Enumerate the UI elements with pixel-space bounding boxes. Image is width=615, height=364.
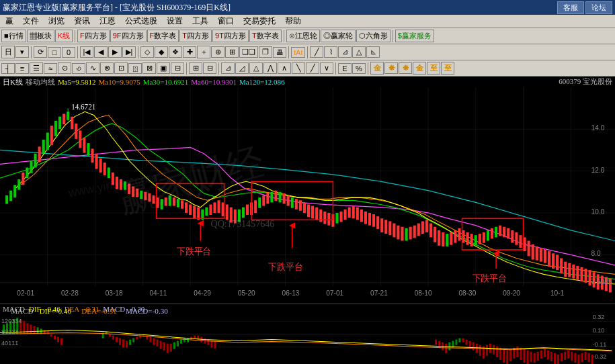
menu-news[interactable]: 资讯 xyxy=(70,15,94,28)
svg-rect-222 xyxy=(54,336,56,340)
btn-nav-left[interactable]: ◀ xyxy=(94,46,108,58)
btn-nav-left-end[interactable]: |◀ xyxy=(80,46,93,58)
btn-d10[interactable]: ⌹ xyxy=(128,63,142,74)
svg-rect-98 xyxy=(327,213,330,226)
svg-rect-221 xyxy=(50,334,52,337)
btn-icon1[interactable]: ⊕ xyxy=(211,46,224,58)
btn-plus[interactable]: ＋ xyxy=(197,46,210,58)
svg-rect-228 xyxy=(112,336,114,340)
btn-d15[interactable]: ⊟ xyxy=(203,62,216,74)
btn-d9[interactable]: ⊡ xyxy=(114,62,128,74)
svg-rect-227 xyxy=(109,334,111,337)
svg-rect-86 xyxy=(279,192,282,203)
menu-formula[interactable]: 公式选股 xyxy=(121,15,161,28)
window-title: 赢家江恩专业版[赢家服务平台] - [宝光股份 SH600379-169日K线] xyxy=(3,2,557,13)
btn-gold4[interactable]: 金 xyxy=(413,62,426,75)
btn-save[interactable]: □ xyxy=(48,47,61,58)
menu-help[interactable]: 帮助 xyxy=(281,15,305,28)
svg-rect-291 xyxy=(544,349,546,357)
menu-settings[interactable]: 设置 xyxy=(163,15,187,28)
menu-trade[interactable]: 交易委托 xyxy=(239,15,280,28)
menu-file[interactable]: 文件 xyxy=(19,15,43,28)
svg-rect-138 xyxy=(491,228,493,239)
forum-button[interactable]: 论坛 xyxy=(585,1,612,14)
btn-t1[interactable]: tAt xyxy=(291,47,305,58)
btn-cross[interactable]: ✚ xyxy=(183,46,196,58)
btn-f4[interactable]: F四方形 xyxy=(77,30,110,42)
btn-draw5[interactable]: ⊾ xyxy=(366,46,380,58)
svg-rect-155 xyxy=(560,258,563,273)
btn-gold1[interactable]: 金 xyxy=(370,62,384,75)
btn-paste[interactable]: ❒ xyxy=(259,46,272,58)
svg-rect-127 xyxy=(446,234,448,246)
chart-area[interactable]: 日K线 移动均线 Ma5=9.5812 Ma10=9.9075 Ma30=10.… xyxy=(0,77,615,304)
menu-tools[interactable]: 工具 xyxy=(188,15,212,28)
btn-d13[interactable]: ⊟ xyxy=(171,62,184,74)
btn-d12[interactable]: ▣ xyxy=(157,62,170,74)
btn-d20[interactable]: ∧ xyxy=(278,62,291,74)
btn-d19[interactable]: ⋀ xyxy=(263,62,277,74)
btn-num0[interactable]: 0 xyxy=(62,47,75,58)
btn-gold2[interactable]: ❋ xyxy=(384,62,398,74)
btn-draw3[interactable]: ⊿ xyxy=(338,46,352,58)
btn-d8[interactable]: ⊗ xyxy=(100,62,114,74)
btn-copy[interactable]: ❑❑ xyxy=(239,46,258,58)
btn-d4[interactable]: ≈ xyxy=(44,63,57,74)
btn-draw4[interactable]: △ xyxy=(352,46,366,58)
menu-window[interactable]: 窗口 xyxy=(214,15,238,28)
btn-d1[interactable]: ┤ xyxy=(1,63,15,74)
btn-d25[interactable]: % xyxy=(352,63,366,74)
btn-nav-right[interactable]: ▶ xyxy=(108,46,122,58)
btn-d7[interactable]: ∿ xyxy=(86,62,99,74)
menu-browse[interactable]: 浏览 xyxy=(44,15,69,28)
btn-d23[interactable]: ∨ xyxy=(320,62,333,74)
btn-kline[interactable]: K线 xyxy=(55,30,73,42)
btn-gold6[interactable]: 至 xyxy=(441,62,454,75)
btn-d3[interactable]: ☰ xyxy=(30,62,43,74)
btn-fnum[interactable]: F数字表 xyxy=(147,30,179,42)
menu-win[interactable]: 赢 xyxy=(1,15,17,28)
btn-9t4[interactable]: 9T四方形 xyxy=(212,30,249,42)
svg-rect-234 xyxy=(132,338,134,343)
svg-rect-104 xyxy=(352,206,355,219)
btn-d6[interactable]: ꩜ xyxy=(72,63,85,74)
btn-d22[interactable]: ╱ xyxy=(306,62,319,74)
btn-week[interactable]: ▾ xyxy=(15,46,29,58)
btn-winner-wheel[interactable]: ◎赢家轮 xyxy=(321,30,356,42)
btn-d21[interactable]: ╲ xyxy=(292,62,305,74)
svg-rect-295 xyxy=(557,355,559,364)
btn-d11[interactable]: ⊠ xyxy=(142,62,156,74)
btn-d14[interactable]: ⊞ xyxy=(189,62,202,74)
svg-text:04-29: 04-29 xyxy=(194,289,211,296)
btn-d5[interactable]: ⊙ xyxy=(58,62,71,74)
btn-t4[interactable]: T四方形 xyxy=(179,30,212,42)
btn-diamond1[interactable]: ◇ xyxy=(140,46,154,58)
btn-d17[interactable]: ◿ xyxy=(235,62,249,74)
svg-rect-24 xyxy=(30,161,32,173)
btn-diamond2[interactable]: ◆ xyxy=(155,46,168,58)
btn-d16[interactable]: ⊿ xyxy=(221,62,235,74)
btn-block[interactable]: ▦板块 xyxy=(27,30,54,42)
btn-refresh[interactable]: ⟳ xyxy=(34,46,47,58)
btn-print[interactable]: 🖶 xyxy=(273,47,286,58)
btn-jiangen-wheel[interactable]: ⊙江恩轮 xyxy=(286,30,320,42)
btn-tnum[interactable]: T数字表 xyxy=(249,30,282,42)
btn-winner-service[interactable]: $赢家服务 xyxy=(395,30,434,42)
svg-rect-259 xyxy=(435,340,437,345)
btn-nav-right-end[interactable]: ▶| xyxy=(122,46,136,58)
btn-quotes[interactable]: ■行情 xyxy=(1,30,26,42)
btn-9f4[interactable]: 9F四方形 xyxy=(110,30,147,42)
btn-grid[interactable]: ⊞ xyxy=(225,46,239,58)
btn-diamond3[interactable]: ❖ xyxy=(169,46,182,58)
customer-service-button[interactable]: 客服 xyxy=(557,1,584,14)
btn-hexagon[interactable]: ⬡六角形 xyxy=(356,30,391,42)
btn-draw1[interactable]: ╱ xyxy=(310,46,323,58)
menu-jiangen[interactable]: 江恩 xyxy=(95,15,120,28)
btn-draw2[interactable]: ⌇ xyxy=(324,46,337,58)
btn-d24[interactable]: E xyxy=(338,63,352,74)
btn-gold3[interactable]: ❋ xyxy=(399,62,412,74)
btn-day[interactable]: 日 xyxy=(1,46,15,58)
btn-d2[interactable]: ≡ xyxy=(15,63,29,74)
btn-gold5[interactable]: 至 xyxy=(427,62,440,75)
btn-d18[interactable]: △ xyxy=(249,62,263,74)
